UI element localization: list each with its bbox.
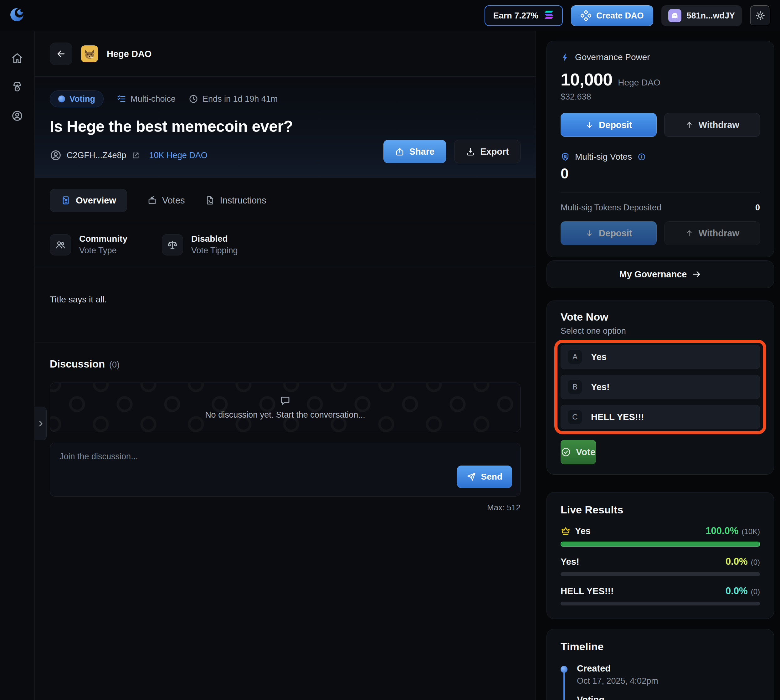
timeline-event-date: Oct 17, 2025, 4:02pm bbox=[577, 676, 760, 686]
multisig-votes-label: Multi-sig Votes bbox=[575, 152, 632, 162]
my-governance-link[interactable]: My Governance bbox=[547, 260, 774, 288]
arrow-up-icon bbox=[685, 229, 693, 238]
discussion-empty-state: No discussion yet. Start the conversatio… bbox=[50, 383, 520, 432]
theme-toggle-button[interactable] bbox=[750, 5, 771, 26]
send-label: Send bbox=[481, 472, 502, 482]
breadcrumb: Hege DAO bbox=[35, 31, 535, 77]
multisig-withdraw-button[interactable]: Withdraw bbox=[664, 221, 760, 245]
tab-bar: Overview Votes bbox=[35, 178, 535, 223]
option-label: Yes bbox=[591, 352, 607, 362]
timeline-dot-icon bbox=[561, 666, 567, 673]
result-count: (0) bbox=[751, 587, 760, 596]
tab-votes-label: Votes bbox=[162, 195, 185, 206]
discussion-input[interactable] bbox=[60, 452, 367, 487]
discussion-count: (0) bbox=[109, 360, 120, 370]
max-chars-note: Max: 512 bbox=[50, 503, 520, 512]
wallet-button[interactable]: 581n...wdJY bbox=[662, 5, 742, 26]
tab-overview-label: Overview bbox=[76, 195, 116, 206]
result-bar bbox=[561, 542, 760, 547]
vote-option-c[interactable]: C HELL YES!!! bbox=[561, 405, 760, 429]
proposal-title: Is Hege the best memecoin ever? bbox=[50, 117, 520, 135]
phantom-wallet-icon bbox=[668, 9, 682, 22]
tab-instructions[interactable]: Instructions bbox=[205, 195, 267, 206]
deposit-label: Deposit bbox=[599, 228, 632, 238]
proposal-badges: Voting Multi-choice bbox=[50, 90, 520, 107]
arrow-right-icon bbox=[692, 270, 701, 279]
status-dot-icon bbox=[58, 95, 65, 102]
vote-type-label: Vote Type bbox=[79, 246, 127, 255]
vote-option-a[interactable]: A Yes bbox=[561, 345, 760, 369]
vote-now-subtitle: Select one option bbox=[561, 326, 760, 336]
vote-tipping-label: Vote Tipping bbox=[191, 246, 238, 255]
dao-token-link[interactable]: 10K Hege DAO bbox=[149, 151, 208, 160]
share-button[interactable]: Share bbox=[383, 140, 446, 163]
proposal-type-label: Multi-choice bbox=[130, 94, 176, 104]
result-row: HELL YES!!! 0.0% (0) bbox=[561, 585, 760, 605]
proposal-description: Title says it all. bbox=[35, 267, 535, 342]
vote-tipping-item: Disabled Vote Tipping bbox=[162, 234, 238, 255]
option-key-badge: C bbox=[568, 410, 582, 424]
result-count: (10K) bbox=[742, 527, 760, 536]
wallet-address: 581n...wdJY bbox=[687, 11, 735, 21]
result-count: (0) bbox=[751, 558, 760, 567]
proposal-type-badge: Multi-choice bbox=[117, 94, 176, 104]
option-label: Yes! bbox=[591, 382, 610, 392]
scales-icon bbox=[162, 234, 183, 255]
external-link-icon[interactable] bbox=[132, 151, 140, 160]
check-circle-icon bbox=[561, 447, 571, 457]
withdraw-button[interactable]: Withdraw bbox=[664, 113, 760, 137]
send-button[interactable]: Send bbox=[457, 465, 512, 488]
ends-label: Ends in 1d 19h 41m bbox=[203, 94, 278, 104]
multisig-tokens-value: 0 bbox=[755, 203, 760, 213]
discussion-heading: Discussion bbox=[50, 358, 105, 370]
rewards-nav-button[interactable] bbox=[10, 80, 24, 94]
governance-usd-value: $32.638 bbox=[561, 92, 760, 102]
result-row: Yes! 0.0% (0) bbox=[561, 556, 760, 576]
checklist-icon bbox=[117, 94, 126, 103]
back-button[interactable] bbox=[50, 43, 72, 65]
app-shell: Hege DAO Voting Multi-choice bbox=[0, 31, 780, 700]
deposit-label: Deposit bbox=[599, 120, 632, 130]
proposal-actions: Share Export bbox=[383, 140, 520, 163]
create-dao-button[interactable]: Create DAO bbox=[571, 5, 653, 26]
governance-amount: 10,000 bbox=[561, 69, 612, 90]
earn-button[interactable]: Earn 7.27% bbox=[485, 5, 563, 26]
main-content: Hege DAO Voting Multi-choice bbox=[35, 31, 536, 700]
result-percent: 0.0% bbox=[725, 556, 748, 567]
vote-button[interactable]: Vote bbox=[561, 440, 596, 464]
share-label: Share bbox=[409, 147, 435, 157]
sun-icon bbox=[755, 10, 766, 21]
realms-logo-icon[interactable] bbox=[9, 7, 24, 24]
tab-votes[interactable]: Votes bbox=[147, 195, 185, 206]
back-arrow-icon bbox=[56, 48, 67, 59]
info-icon[interactable] bbox=[638, 153, 646, 161]
discussion-empty-text: No discussion yet. Start the conversatio… bbox=[205, 410, 365, 420]
option-key-badge: A bbox=[568, 350, 582, 364]
dao-avatar[interactable] bbox=[81, 45, 98, 62]
author-address[interactable]: C2GFH...Z4e8p bbox=[67, 151, 127, 160]
timeline-event-created: Created Oct 17, 2025, 4:02pm bbox=[577, 663, 760, 686]
ballot-icon bbox=[147, 195, 157, 205]
governance-token-name: Hege DAO bbox=[618, 78, 660, 88]
governance-power-heading: Governance Power bbox=[575, 52, 650, 62]
home-nav-button[interactable] bbox=[10, 51, 24, 65]
vote-option-b[interactable]: B Yes! bbox=[561, 375, 760, 399]
live-results-card: Live Results Yes 100.0% (10K) bbox=[547, 492, 774, 619]
file-code-icon bbox=[205, 195, 215, 205]
vote-now-heading: Vote Now bbox=[561, 311, 760, 323]
profile-nav-button[interactable] bbox=[10, 109, 24, 123]
dao-name: Hege DAO bbox=[107, 49, 152, 59]
sidebar-expander[interactable] bbox=[35, 407, 47, 440]
tab-instructions-label: Instructions bbox=[220, 195, 267, 206]
export-button[interactable]: Export bbox=[454, 140, 520, 163]
multisig-deposit-button[interactable]: Deposit bbox=[561, 221, 657, 245]
deposit-button[interactable]: Deposit bbox=[561, 113, 657, 137]
multisig-tokens-label: Multi-sig Tokens Deposited bbox=[561, 203, 662, 213]
realms-diamond-icon bbox=[581, 10, 591, 21]
tab-overview[interactable]: Overview bbox=[50, 189, 127, 212]
create-dao-label: Create DAO bbox=[596, 11, 644, 21]
chat-bubble-icon bbox=[280, 395, 291, 407]
user-circle-icon bbox=[11, 110, 23, 122]
option-key-badge: B bbox=[568, 380, 582, 394]
timeline-card: Timeline Created Oct 17, 2025, 4:02pm Vo… bbox=[547, 629, 774, 700]
